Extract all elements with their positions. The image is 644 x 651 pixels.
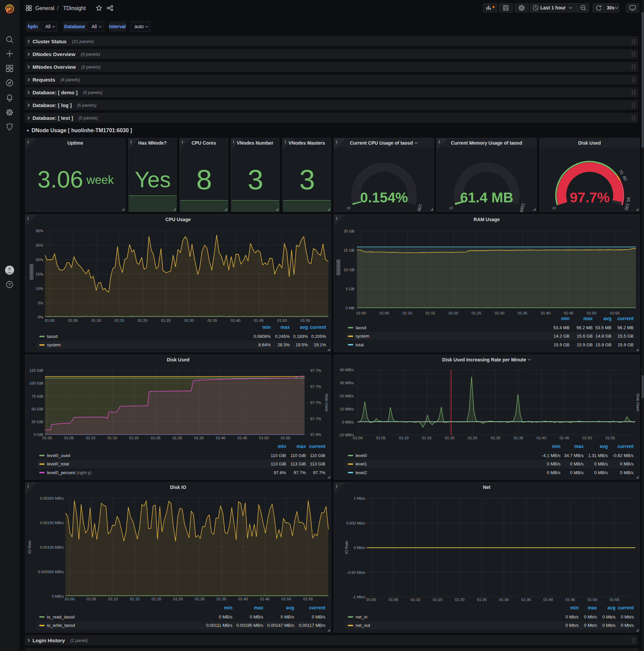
svg-text:0 MB/s: 0 MB/s [570,461,584,466]
svg-text:30 MB/s: 30 MB/s [340,381,354,385]
svg-text:0 MB: 0 MB [346,306,355,310]
svg-text:01:05: 01:05 [87,597,96,601]
svg-text:01:25: 01:25 [173,597,183,601]
svg-text:0 MB/s: 0 MB/s [219,614,233,619]
svg-text:0.00100 MB/s: 0.00100 MB/s [40,545,64,549]
svg-text:avg: avg [600,444,608,449]
svg-text:19.5%: 19.5% [295,342,308,347]
svg-text:-1 Mb/s: -1 Mb/s [353,595,365,599]
svg-text:TDinsight: TDinsight [63,5,86,11]
svg-text:0: 0 [346,206,351,210]
svg-text:01:30: 01:30 [184,318,194,322]
svg-text:net_out: net_out [356,623,370,628]
svg-text:current: current [617,316,634,321]
svg-text:125 GiB: 125 GiB [29,368,43,372]
svg-text:100: 100 [623,203,631,211]
svg-text:01:50: 01:50 [282,597,291,601]
svg-text:min: min [561,316,570,321]
svg-text:0.183%: 0.183% [293,334,308,339]
svg-text:5%: 5% [38,301,43,305]
svg-text:01:15: 01:15 [107,436,117,440]
svg-text:system: system [47,342,61,347]
svg-text:40 MB/s: 40 MB/s [340,368,354,372]
svg-text:General: General [35,5,54,11]
svg-text:10 MB/s: 10 MB/s [340,407,354,411]
svg-text:0 MB/s: 0 MB/s [594,461,608,466]
svg-text:01:00: 01:00 [366,598,376,602]
svg-text:min: min [570,605,579,610]
svg-text:53.5 MB: 53.5 MB [595,325,611,330]
svg-text:io_write_taosd: io_write_taosd [47,623,75,628]
svg-text:01:50: 01:50 [583,436,592,440]
svg-text:taosd: taosd [356,325,366,330]
svg-text:current: current [309,444,326,449]
svg-text:0 Mb/s: 0 Mb/s [354,546,365,550]
svg-text:01:00: 01:00 [45,318,55,322]
svg-text:01:35: 01:35 [514,436,523,440]
svg-text:15 GB: 15 GB [344,248,355,252]
svg-text:01:50: 01:50 [278,318,287,322]
svg-text:01:55: 01:55 [300,318,310,322]
svg-text:min: min [278,444,286,449]
svg-text:01:05: 01:05 [379,311,389,315]
svg-text:level0_total: level0_total [47,461,69,466]
svg-text:avg: avg [604,316,611,321]
svg-text:15%: 15% [36,272,43,276]
svg-text:01:05: 01:05 [376,436,386,440]
svg-text:0 Mb/s: 0 Mb/s [603,623,615,628]
svg-text:19.1%: 19.1% [314,342,326,347]
svg-text:20%: 20% [36,258,43,262]
svg-text:01:55: 01:55 [610,598,619,602]
svg-text:0 MB/s: 0 MB/s [594,470,608,475]
svg-text:80: 80 [621,175,628,182]
svg-text:10 GB: 10 GB [344,268,355,272]
svg-text:01:45: 01:45 [254,318,264,322]
svg-text:01:25: 01:25 [477,598,487,602]
svg-text:110 GiB: 110 GiB [290,453,306,458]
svg-text:25%: 25% [36,243,43,247]
svg-text:53.4 MB: 53.4 MB [553,325,570,330]
svg-text:01:50: 01:50 [259,436,269,440]
svg-text:0 MB/s: 0 MB/s [52,594,64,598]
svg-text:01:40: 01:40 [537,436,546,440]
svg-text:0.0808%: 0.0808% [254,334,271,339]
svg-text:0 MB/s: 0 MB/s [547,461,561,466]
svg-text:15.9 GB: 15.9 GB [617,342,634,347]
svg-text:01:50: 01:50 [588,598,598,602]
svg-text:0.500 Mb/s: 0.500 Mb/s [346,521,365,525]
svg-text:0 MB/s: 0 MB/s [620,461,634,466]
svg-text:56.2 MB: 56.2 MB [617,325,634,330]
svg-text:28.3%: 28.3% [278,342,290,347]
svg-text:01:20: 01:20 [445,436,454,440]
svg-text:01:10: 01:10 [402,311,412,315]
svg-text:/: / [57,5,59,11]
svg-text:level0_percent (right-y): level0_percent (right-y) [47,470,92,475]
svg-text:01:45: 01:45 [564,311,574,315]
svg-text:01:25: 01:25 [472,311,481,315]
svg-text:75 GiB: 75 GiB [32,394,43,398]
svg-text:97.7%: 97.7% [570,190,609,205]
svg-text:0.00150 MB/s: 0.00150 MB/s [40,521,64,525]
svg-text:01:40: 01:40 [216,436,225,440]
svg-text:1.31 MB/s: 1.31 MB/s [588,453,608,458]
svg-text:97.7%: 97.7% [310,417,321,421]
svg-text:Last 1 hour: Last 1 hour [540,5,566,10]
svg-text:01:20: 01:20 [455,598,464,602]
svg-text:113 GiB: 113 GiB [271,461,286,466]
svg-text:01:05: 01:05 [64,436,74,440]
svg-text:01:30: 01:30 [195,597,204,601]
svg-text:-0.82 MB/s: -0.82 MB/s [612,453,634,458]
svg-text:01:20: 01:20 [138,318,148,322]
svg-text:01:45: 01:45 [559,436,569,440]
svg-text:01:10: 01:10 [91,318,101,322]
svg-text:0 MB/s: 0 MB/s [547,470,561,475]
svg-text:01:40: 01:40 [231,318,240,322]
svg-text:15.9 GB: 15.9 GB [577,342,593,347]
svg-text:01:05: 01:05 [68,318,78,322]
svg-text:01:35: 01:35 [518,311,527,315]
svg-text:level0_used: level0_used [47,453,70,458]
svg-text:61.4 MB: 61.4 MB [460,190,514,205]
svg-text:01:45: 01:45 [260,597,270,601]
svg-text:min: min [224,605,232,610]
svg-text:14.8 GB: 14.8 GB [595,334,611,339]
